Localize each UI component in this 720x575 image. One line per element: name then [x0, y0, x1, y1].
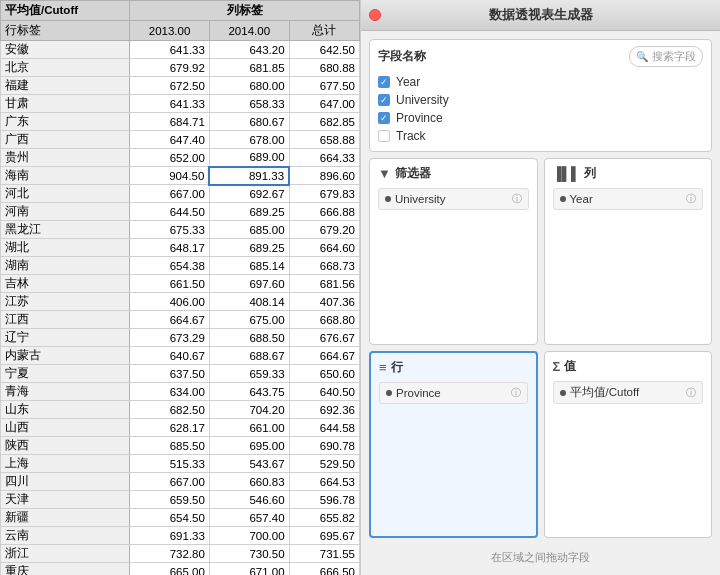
table-row: 云南691.33700.00695.67 — [1, 527, 360, 545]
quadrant-item[interactable]: Universityⓘ — [378, 188, 529, 210]
table-row: 山东682.50704.20692.36 — [1, 401, 360, 419]
info-icon[interactable]: ⓘ — [512, 192, 522, 206]
rows-quadrant: ≡ 行 Provinceⓘ — [369, 351, 538, 538]
table-body: 安徽641.33643.20642.50北京679.92681.85680.88… — [1, 41, 360, 576]
filters-header: ▼ 筛选器 — [378, 165, 529, 182]
columns-icon: ▐▌▌ — [553, 166, 581, 181]
columns-quadrant: ▐▌▌ 列 Yearⓘ — [544, 158, 713, 345]
rows-icon: ≡ — [379, 360, 387, 375]
info-icon[interactable]: ⓘ — [686, 386, 696, 400]
dot-icon — [386, 390, 392, 396]
table-row: 湖北648.17689.25664.60 — [1, 239, 360, 257]
quadrant-item[interactable]: Provinceⓘ — [379, 382, 528, 404]
values-header: Σ 值 — [553, 358, 704, 375]
table-row: 福建672.50680.00677.50 — [1, 77, 360, 95]
table-row: 浙江732.80730.50731.55 — [1, 545, 360, 563]
fields-label: 字段名称 — [378, 48, 426, 65]
table-row: 上海515.33543.67529.50 — [1, 455, 360, 473]
table-row: 宁夏637.50659.33650.60 — [1, 365, 360, 383]
table-row: 江苏406.00408.14407.36 — [1, 293, 360, 311]
data-table: 平均值/Cutoff 列标签 行标签 2013.00 2014.00 总计 安徽… — [0, 0, 360, 575]
pivot-body: 字段名称 🔍 搜索字段 ✓Year✓University✓ProvinceTra… — [361, 31, 720, 575]
columns-header: ▐▌▌ 列 — [553, 165, 704, 182]
fields-section: 字段名称 🔍 搜索字段 ✓Year✓University✓ProvinceTra… — [369, 39, 712, 152]
header-row-label: 平均值/Cutoff — [1, 1, 130, 21]
pivot-panel: 数据透视表生成器 字段名称 🔍 搜索字段 ✓Year✓University✓Pr… — [360, 0, 720, 575]
values-icon: Σ — [553, 359, 561, 374]
table-row: 河北667.00692.67679.83 — [1, 185, 360, 203]
close-button[interactable] — [369, 9, 381, 21]
table-row: 天津659.50546.60596.78 — [1, 491, 360, 509]
info-icon[interactable]: ⓘ — [511, 386, 521, 400]
filters-quadrant: ▼ 筛选器 Universityⓘ — [369, 158, 538, 345]
header-2013: 2013.00 — [130, 21, 210, 41]
table-row: 广西647.40678.00658.88 — [1, 131, 360, 149]
checkbox-icon[interactable] — [378, 130, 390, 142]
values-label: 值 — [564, 358, 576, 375]
filter-items: Universityⓘ — [378, 188, 529, 213]
search-placeholder: 搜索字段 — [652, 49, 696, 64]
fields-list: ✓Year✓University✓ProvinceTrack — [378, 73, 703, 145]
table-row: 四川667.00660.83664.53 — [1, 473, 360, 491]
header-total: 总计 — [289, 21, 359, 41]
header-row-1: 平均值/Cutoff 列标签 — [1, 1, 360, 21]
table-row: 青海634.00643.75640.50 — [1, 383, 360, 401]
dot-icon — [385, 196, 391, 202]
table-row: 广东684.71680.67682.85 — [1, 113, 360, 131]
table-row: 北京679.92681.85680.88 — [1, 59, 360, 77]
header-col-labels: 列标签 — [130, 1, 360, 21]
spreadsheet-panel: 平均值/Cutoff 列标签 行标签 2013.00 2014.00 总计 安徽… — [0, 0, 360, 575]
checkbox-icon[interactable]: ✓ — [378, 94, 390, 106]
quadrant-item[interactable]: 平均值/Cutoffⓘ — [553, 381, 704, 404]
table-row: 海南904.50891.33896.60 — [1, 167, 360, 185]
search-box[interactable]: 🔍 搜索字段 — [629, 46, 703, 67]
field-item[interactable]: ✓Province — [378, 109, 703, 127]
values-quadrant: Σ 值 平均值/Cutoffⓘ — [544, 351, 713, 538]
columns-label: 列 — [584, 165, 596, 182]
quadrant-area: ▼ 筛选器 Universityⓘ ▐▌▌ 列 Yearⓘ ≡ 行 Pro — [369, 158, 712, 538]
filter-icon: ▼ — [378, 166, 391, 181]
table-row: 内蒙古640.67688.67664.67 — [1, 347, 360, 365]
table-row: 陕西685.50695.00690.78 — [1, 437, 360, 455]
table-row: 吉林661.50697.60681.56 — [1, 275, 360, 293]
table-row: 辽宁673.29688.50676.67 — [1, 329, 360, 347]
table-row: 安徽641.33643.20642.50 — [1, 41, 360, 59]
pivot-titlebar: 数据透视表生成器 — [361, 0, 720, 31]
table-row: 黑龙江675.33685.00679.20 — [1, 221, 360, 239]
info-icon[interactable]: ⓘ — [686, 192, 696, 206]
pivot-title: 数据透视表生成器 — [489, 6, 593, 24]
table-row: 贵州652.00689.00664.33 — [1, 149, 360, 167]
column-items: Yearⓘ — [553, 188, 704, 213]
row-items: Provinceⓘ — [379, 382, 528, 407]
fields-header: 字段名称 🔍 搜索字段 — [378, 46, 703, 67]
table-row: 江西664.67675.00668.80 — [1, 311, 360, 329]
checkbox-icon[interactable]: ✓ — [378, 76, 390, 88]
search-icon: 🔍 — [636, 51, 648, 62]
rows-header: ≡ 行 — [379, 359, 528, 376]
table-row: 河南644.50689.25666.88 — [1, 203, 360, 221]
dot-icon — [560, 390, 566, 396]
header-2014: 2014.00 — [209, 21, 289, 41]
table-row: 重庆665.00671.00666.50 — [1, 563, 360, 576]
quadrant-item[interactable]: Yearⓘ — [553, 188, 704, 210]
table-row: 新疆654.50657.40655.82 — [1, 509, 360, 527]
header-row-2: 行标签 2013.00 2014.00 总计 — [1, 21, 360, 41]
field-item[interactable]: Track — [378, 127, 703, 145]
rows-label: 行 — [391, 359, 403, 376]
table-row: 甘肃641.33658.33647.00 — [1, 95, 360, 113]
drag-hint: 在区域之间拖动字段 — [369, 544, 712, 567]
value-items: 平均值/Cutoffⓘ — [553, 381, 704, 407]
table-row: 山西628.17661.00644.58 — [1, 419, 360, 437]
header-row-tag: 行标签 — [1, 21, 130, 41]
field-item[interactable]: ✓Year — [378, 73, 703, 91]
field-item[interactable]: ✓University — [378, 91, 703, 109]
filters-label: 筛选器 — [395, 165, 431, 182]
checkbox-icon[interactable]: ✓ — [378, 112, 390, 124]
dot-icon — [560, 196, 566, 202]
table-row: 湖南654.38685.14668.73 — [1, 257, 360, 275]
